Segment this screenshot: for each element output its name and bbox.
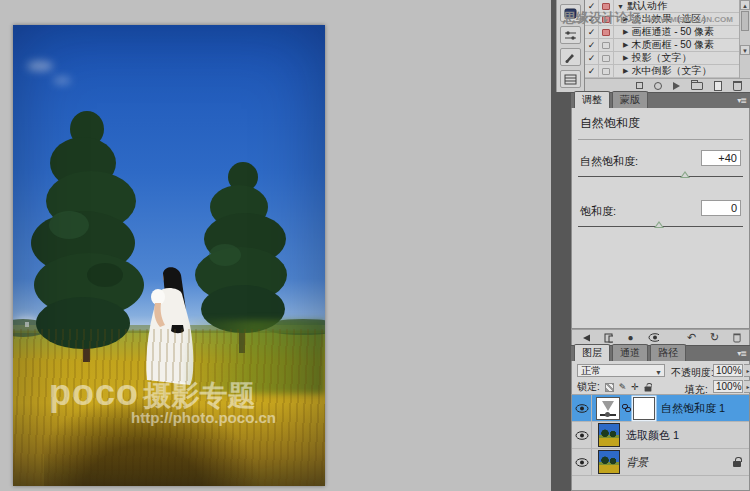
vibrance-slider-group: 自然饱和度: +40 — [578, 150, 743, 190]
action-dialog-toggle[interactable] — [599, 52, 614, 64]
layer-row-vibrance[interactable]: 自然饱和度 1 — [572, 395, 749, 422]
actions-toolbar — [585, 78, 750, 92]
tab-paths[interactable]: 路径 — [650, 344, 686, 361]
site-watermark-url: WWW.MISSYUAN.COM — [645, 15, 733, 24]
adjustments-toolbar: ● ↶ ↻ — [571, 329, 750, 345]
layer-name[interactable]: 选取颜色 1 — [626, 428, 679, 443]
panel-menu-icon[interactable]: ▾≣ — [737, 349, 746, 358]
action-label: 画框通道 - 50 像素 — [631, 25, 714, 39]
layer-visibility-toggle[interactable] — [572, 422, 592, 448]
layer-name[interactable]: 背景 — [626, 455, 648, 470]
action-check-icon[interactable]: ✓ — [585, 26, 599, 38]
eye-icon — [575, 458, 589, 467]
layer-name[interactable]: 自然饱和度 1 — [661, 401, 725, 416]
stop-recording-icon[interactable] — [636, 82, 643, 89]
layer-row-background[interactable]: 背景 — [572, 449, 749, 476]
divider — [578, 139, 743, 140]
site-watermark-name: 思缘设计论坛 — [563, 10, 641, 25]
fill-arrow-icon[interactable]: ▸ — [744, 380, 750, 393]
tab-layers[interactable]: 图层 — [574, 344, 610, 361]
new-action-icon[interactable] — [714, 81, 722, 91]
tab-masks[interactable]: 蒙版 — [612, 91, 648, 108]
brush-panel-icon[interactable] — [560, 48, 581, 66]
opacity-arrow-icon[interactable]: ▸ — [744, 364, 750, 377]
collapsed-triangle-icon[interactable]: ▶ — [623, 67, 628, 75]
photo-watermark: poco 摄影专题 — [49, 375, 255, 411]
delete-icon[interactable] — [733, 81, 742, 91]
document-canvas[interactable]: poco 摄影专题 http://photo.poco.cn — [13, 25, 325, 486]
layer-thumbnail[interactable] — [598, 423, 620, 447]
layers-panel: 图层 通道 路径 ▾≣ 正常 ▼ 不透明度: 100% ▸ 锁定: ✎ ✛ — [571, 346, 750, 491]
layers-controls: 正常 ▼ 不透明度: 100% ▸ 锁定: ✎ ✛ 填充: 100% ▸ — [571, 361, 750, 394]
reset-icon[interactable]: ↻ — [710, 331, 719, 344]
adjustments-panel: 调整 蒙版 ▾≣ 自然饱和度 自然饱和度: +40 饱和度: 0 ● — [571, 93, 750, 345]
site-watermark: 思缘设计论坛 WWW.MISSYUAN.COM — [563, 8, 748, 27]
lock-transparency-icon[interactable] — [605, 383, 614, 392]
delete-adjustment-icon[interactable] — [734, 333, 741, 342]
collapsed-triangle-icon[interactable]: ▶ — [623, 41, 628, 49]
action-dialog-toggle[interactable] — [599, 65, 614, 77]
action-check-icon[interactable]: ✓ — [585, 65, 599, 77]
collapsed-triangle-icon[interactable]: ▶ — [623, 54, 628, 62]
layer-thumbnail[interactable] — [598, 450, 620, 474]
play-icon[interactable] — [673, 82, 680, 90]
tab-adjustments[interactable]: 调整 — [574, 91, 610, 108]
blend-mode-select[interactable]: 正常 ▼ — [577, 364, 665, 377]
photoshop-window: poco 摄影专题 http://photo.poco.cn ✓ ▼默认动作 — [0, 0, 750, 491]
saturation-slider-group: 饱和度: 0 — [578, 200, 743, 240]
collapsed-triangle-icon[interactable]: ▶ — [623, 28, 628, 36]
saturation-slider-handle[interactable] — [654, 221, 664, 228]
visibility-eye-icon[interactable] — [648, 333, 659, 342]
layer-mask-thumbnail[interactable] — [633, 397, 655, 420]
lock-pixels-icon[interactable]: ✎ — [619, 383, 627, 392]
saturation-label: 饱和度: — [580, 204, 616, 219]
vibrance-slider-track[interactable] — [578, 176, 743, 177]
action-label: 水中倒影（文字） — [631, 64, 711, 78]
scroll-down-icon[interactable]: ▼ — [740, 45, 750, 55]
adjustments-tabbar: 调整 蒙版 ▾≣ — [571, 93, 750, 108]
panel-menu-icon[interactable]: ▾≣ — [737, 96, 746, 105]
layer-visibility-toggle[interactable] — [572, 449, 592, 475]
sliders-panel-icon[interactable] — [560, 26, 581, 44]
photo-watermark-title: 摄影专题 — [143, 380, 255, 411]
action-dialog-toggle[interactable] — [599, 26, 614, 38]
action-label: 投影（文字） — [631, 51, 691, 65]
lock-all-icon[interactable] — [644, 386, 651, 391]
layer-visibility-toggle[interactable] — [572, 395, 592, 421]
vibrance-adjustment-thumbnail[interactable] — [596, 397, 620, 420]
layer-row-selective-color[interactable]: 选取颜色 1 — [572, 422, 749, 449]
lock-position-icon[interactable]: ✛ — [631, 383, 639, 392]
background-lock-icon — [733, 461, 741, 467]
adjustments-content: 自然饱和度 自然饱和度: +40 饱和度: 0 — [571, 108, 750, 329]
expand-panel-icon[interactable] — [604, 333, 614, 343]
eye-icon — [575, 431, 589, 440]
saturation-value-field[interactable]: 0 — [701, 200, 741, 216]
list-panel-icon[interactable] — [560, 70, 581, 88]
previous-state-icon[interactable]: ↶ — [687, 331, 696, 344]
action-row[interactable]: ✓ ▶水中倒影（文字） — [585, 65, 739, 78]
tab-channels[interactable]: 通道 — [612, 344, 648, 361]
opacity-value-field[interactable]: 100% — [713, 364, 743, 377]
back-arrow-icon[interactable] — [580, 333, 590, 343]
photo-watermark-url: http://photo.poco.cn — [131, 409, 276, 426]
vibrance-slider-handle[interactable] — [680, 171, 690, 178]
action-check-icon[interactable]: ✓ — [585, 39, 599, 51]
vibrance-value-field[interactable]: +40 — [701, 150, 741, 166]
new-set-icon[interactable] — [691, 82, 703, 90]
fill-value-field[interactable]: 100% — [713, 380, 743, 393]
action-check-icon[interactable]: ✓ — [585, 52, 599, 64]
vibrance-label: 自然饱和度: — [580, 154, 638, 169]
photo-watermark-brand: poco — [49, 372, 139, 413]
mask-link-icon[interactable] — [622, 404, 631, 412]
record-icon[interactable] — [654, 82, 662, 90]
lock-row: 锁定: ✎ ✛ 填充: 100% ▸ — [572, 378, 749, 394]
lock-label: 锁定: — [577, 380, 600, 394]
layers-list: ▲ 自然饱和度 1 选取颜色 1 — [571, 394, 750, 491]
adjustment-title: 自然饱和度 — [572, 108, 749, 132]
action-label: 木质画框 - 50 像素 — [631, 38, 714, 52]
layers-tabbar: 图层 通道 路径 ▾≣ — [571, 346, 750, 361]
eye-icon — [575, 404, 589, 413]
action-dialog-toggle[interactable] — [599, 39, 614, 51]
blend-mode-value: 正常 — [581, 365, 601, 376]
clip-to-layer-icon[interactable]: ● — [627, 332, 633, 343]
